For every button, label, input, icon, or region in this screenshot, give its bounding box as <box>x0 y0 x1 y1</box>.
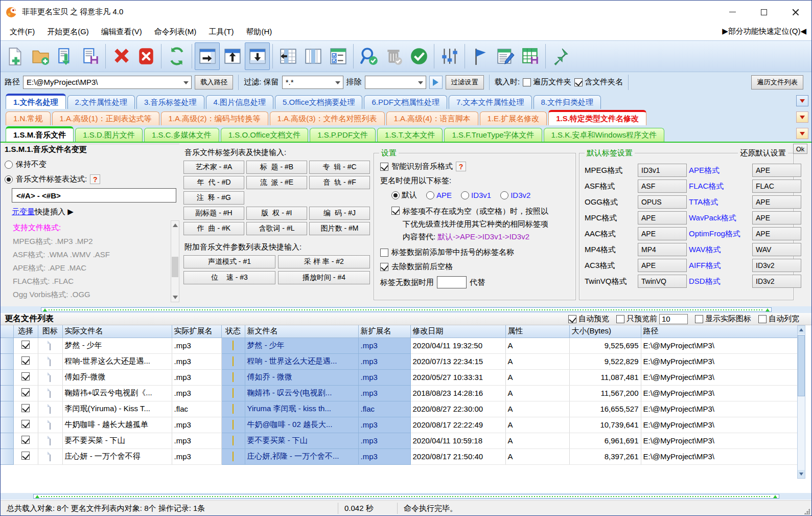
tag-button-12[interactable]: 图片数 - #M <box>309 222 370 235</box>
tab-filetype-overflow-button[interactable] <box>796 128 808 139</box>
row-selector[interactable] <box>1 353 13 369</box>
toolbar-clear-list-button[interactable] <box>133 42 158 70</box>
horizontal-splitter[interactable] <box>1 493 811 500</box>
scroll-down-icon[interactable] <box>173 296 178 299</box>
tag-button-5[interactable]: 音 轨 - #F <box>309 176 370 189</box>
tag-button-1[interactable]: 标 题 - #B <box>246 161 307 174</box>
param-button-1[interactable]: 采 样 率 - #2 <box>278 255 370 268</box>
row-selector[interactable] <box>1 369 13 385</box>
keep-unchanged-option[interactable]: 保持不变 <box>5 160 179 169</box>
toolbar-remove-check-button[interactable] <box>381 42 406 70</box>
format-select-MPC格式[interactable]: APE <box>638 211 687 225</box>
row-selector[interactable] <box>1 385 13 401</box>
tab-main-5[interactable]: 6.PDF文档属性处理 <box>364 95 447 109</box>
table-row[interactable]: 傅如乔-微微.mp3傅如乔 - 微微.mp32020/05/27 10:33:3… <box>1 369 798 385</box>
toolbar-open-folder-button[interactable] <box>28 42 53 70</box>
tab-main-0[interactable]: 1.文件名处理 <box>6 94 66 109</box>
tab-sub-6[interactable]: 1.S.特定类型文件名修改 <box>548 110 646 125</box>
toolbar-edit-list-button[interactable] <box>493 42 518 70</box>
restore-defaults-link[interactable]: 还原默认设置 <box>738 148 788 158</box>
auto-width-option[interactable]: 自动列宽 <box>758 314 799 324</box>
format-select-APE格式[interactable]: APE <box>752 164 801 177</box>
toolbar-checklist-button[interactable] <box>326 42 351 70</box>
row-selector[interactable] <box>1 338 13 353</box>
row-selector[interactable] <box>1 433 13 448</box>
column-header-5[interactable]: 新文件名 <box>245 325 358 338</box>
toolbar-flag-button[interactable] <box>468 42 493 70</box>
toolbar-save-list-button[interactable] <box>78 42 103 70</box>
column-header-9[interactable]: 大小(Bytes) <box>569 325 641 338</box>
row-checkbox[interactable] <box>21 452 30 460</box>
trim-spaces-checkbox[interactable] <box>380 263 388 271</box>
tab-filetype-1[interactable]: 1.S.D.图片文件 <box>75 128 143 142</box>
row-checkbox[interactable] <box>21 341 30 349</box>
load-path-button[interactable]: 载入路径 <box>195 75 233 89</box>
format-select-FLAC格式[interactable]: FLAC <box>752 180 801 193</box>
apply-filter-button[interactable] <box>429 76 443 89</box>
no-data-input[interactable] <box>437 276 467 288</box>
tag-type-radio-APE[interactable] <box>426 191 434 199</box>
tab-filetype-2[interactable]: 1.S.C.多媒体文件 <box>144 128 219 142</box>
auto-width-checkbox[interactable] <box>758 315 767 323</box>
tab-sub-1[interactable]: 1.A.高级(1)：正则表达式等 <box>52 111 159 125</box>
preview-first-option[interactable]: 只预览前 10 <box>616 314 688 324</box>
smart-detect-checkbox[interactable] <box>380 163 388 171</box>
toolbar-panel-bottom-button[interactable] <box>245 42 270 70</box>
include-folder-name-option[interactable]: 含文件夹名 <box>574 77 623 87</box>
ok-button[interactable]: Ok <box>793 144 807 154</box>
tab-sub-overflow-button[interactable] <box>796 111 808 123</box>
tag-button-9[interactable]: 编 码 - #J <box>309 207 370 220</box>
chevron-down-icon[interactable] <box>335 81 340 84</box>
tag-button-4[interactable]: 流 派 - #E <box>246 176 307 189</box>
tag-button-0[interactable]: 艺术家 - #A <box>183 161 244 174</box>
toolbar-panel-right-button[interactable] <box>195 42 220 70</box>
tag-button-6[interactable]: 注 释 - #G <box>183 191 244 205</box>
tag-type-radio-默认[interactable] <box>391 191 400 199</box>
menu-item-3[interactable]: 命令列表(M) <box>148 25 203 39</box>
menu-item-1[interactable]: 开始更名(G) <box>41 25 95 39</box>
preview-count-input[interactable]: 10 <box>659 314 688 324</box>
table-row[interactable]: 程响-世界这么大还是遇....mp3程响 - 世界这么大还是遇....mp320… <box>1 353 798 369</box>
tag-button-11[interactable]: 含歌词 - #L <box>246 222 307 235</box>
format-select-AC3格式[interactable]: APE <box>638 259 687 272</box>
trim-spaces-option[interactable]: 去除数据前后空格 <box>380 262 570 272</box>
param-button-3[interactable]: 播放时间 - #4 <box>278 271 370 284</box>
row-checkbox[interactable] <box>21 436 30 444</box>
fallback-option[interactable]: 标签项不存在或为空（或空格）时，按照以 下优先级查找并使用其它种类的相同标签项 … <box>391 205 570 243</box>
toolbar-import-list-button[interactable] <box>53 42 78 70</box>
tag-button-7[interactable]: 副标题 - #H <box>183 207 244 220</box>
row-checkbox[interactable] <box>21 404 30 412</box>
menu-item-0[interactable]: 文件(F) <box>4 25 41 39</box>
tag-type-option-ID3v2[interactable]: ID3v2 <box>500 191 530 199</box>
help-button[interactable]: ? <box>456 162 466 171</box>
column-header-4[interactable]: 状态 <box>221 325 245 338</box>
add-bracket-option[interactable]: 标签数据前添加带中括号的标签名称 <box>380 248 570 257</box>
tag-type-option-APE[interactable]: APE <box>426 191 452 199</box>
help-button[interactable]: ? <box>90 174 100 184</box>
resize-grip[interactable] <box>804 508 810 514</box>
column-header-1[interactable]: 图标 <box>38 325 62 338</box>
tag-button-2[interactable]: 专 辑 - #C <box>309 161 370 174</box>
table-row[interactable]: 鞠婧祎+叹云兮电视剧《....mp3鞠婧祎 - 叹云兮(电视剧....mp320… <box>1 385 798 401</box>
meta-variable-link[interactable]: 元变量 <box>12 207 35 217</box>
row-checkbox[interactable] <box>21 420 30 428</box>
row-checkbox[interactable] <box>21 388 30 396</box>
scroll-thumb[interactable] <box>798 335 805 396</box>
format-select-DSD格式[interactable]: ID3v2 <box>752 275 801 288</box>
toolbar-adjust-sliders-button[interactable] <box>437 42 462 70</box>
column-header-6[interactable]: 新扩展名 <box>358 325 410 338</box>
column-header-8[interactable]: 属性 <box>505 325 569 338</box>
filter-settings-button[interactable]: 过滤设置 <box>446 75 484 89</box>
table-row[interactable]: 李闰珉(Yiruma) - Kiss T....flacYiruma 李闰珉 -… <box>1 401 798 417</box>
scroll-up-icon[interactable] <box>798 326 805 334</box>
filter-combobox[interactable]: *.* <box>282 76 343 89</box>
chevron-down-icon[interactable] <box>183 81 189 84</box>
toolbar-pin-button[interactable] <box>548 42 573 70</box>
include-folder-name-checkbox[interactable] <box>574 78 583 86</box>
row-selector[interactable] <box>1 401 13 417</box>
tab-filetype-3[interactable]: 1.S.O.Office文档文件 <box>221 128 308 142</box>
table-row[interactable]: 庄心妍 - 一万个舍不得.mp3庄心妍,祁隆 - 一万个舍不....mp3202… <box>1 448 798 464</box>
scroll-thumb[interactable] <box>172 257 178 277</box>
row-selector[interactable] <box>1 417 13 433</box>
preview-first-checkbox[interactable] <box>616 315 624 323</box>
